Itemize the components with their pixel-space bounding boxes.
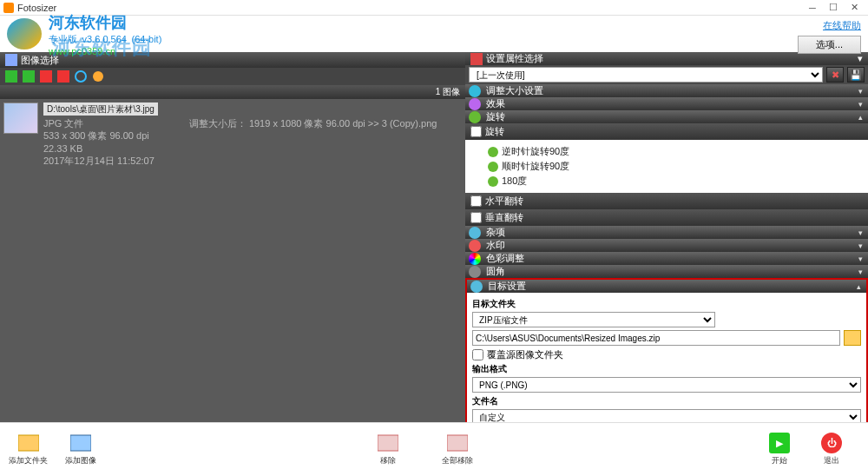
profile-save-button[interactable]: 💾 — [847, 67, 865, 83]
chevron-icon: ▾ — [858, 53, 863, 64]
svg-rect-0 — [5, 54, 17, 66]
rotate-cw90-radio[interactable]: 顺时针旋转90度 — [488, 160, 861, 173]
svg-rect-3 — [40, 70, 52, 83]
svg-rect-9 — [70, 435, 91, 451]
svg-rect-4 — [57, 70, 69, 83]
filename-select[interactable]: 自定义 — [472, 409, 861, 422]
chevron-up-icon: ▴ — [858, 113, 863, 122]
remove-all-icon[interactable] — [56, 69, 71, 83]
flip-h-checkbox[interactable]: 水平翻转 — [470, 195, 863, 208]
chevron-down-icon: ▾ — [858, 268, 863, 276]
file-name: D:\tools\桌面\图片素材\3.jpg — [43, 102, 158, 116]
section-color[interactable]: 色彩调整▾ — [465, 252, 868, 265]
overwrite-checkbox[interactable]: 覆盖源图像文件夹 — [472, 348, 861, 361]
app-icon — [3, 3, 14, 13]
rotate-enable-checkbox[interactable]: 旋转 — [470, 125, 863, 138]
remove-icon[interactable] — [38, 69, 54, 83]
svg-rect-7 — [470, 53, 483, 65]
remove-icon — [378, 433, 398, 453]
section-destination[interactable]: 目标设置▴ — [465, 278, 868, 293]
online-help-link[interactable]: 在线帮助 — [823, 19, 861, 32]
format-select[interactable]: PNG (.PNG) — [472, 377, 861, 393]
section-watermark[interactable]: 水印▾ — [465, 239, 868, 252]
svg-rect-10 — [378, 435, 398, 451]
flip-v-checkbox[interactable]: 垂直翻转 — [470, 211, 863, 224]
destination-settings: 目标文件夹 ZIP压缩文件 覆盖源图像文件夹 输出格式 PNG (.PNG) 文… — [465, 293, 868, 422]
footer-toolbar: 添加文件夹 添加图像 移除 全部移除 ▶开始 ⏻退出 — [0, 422, 868, 476]
images-icon — [5, 54, 17, 66]
brand-sub: 专业版 v3.6.0.564 (64-bit) — [49, 33, 161, 46]
refresh-icon[interactable] — [73, 69, 89, 83]
power-icon: ⏻ — [821, 433, 842, 453]
close-button[interactable]: ✕ — [844, 1, 865, 15]
minimize-button[interactable]: ─ — [802, 1, 823, 15]
section-corner[interactable]: 圆角▾ — [465, 265, 868, 278]
dest-path-input[interactable] — [472, 330, 840, 346]
svg-point-6 — [93, 71, 103, 82]
profile-select[interactable]: [上一次使用] — [469, 67, 823, 83]
brand-title: 河东软件园 — [49, 12, 161, 33]
wrench-icon — [470, 53, 483, 65]
svg-rect-2 — [23, 70, 35, 83]
image-count-bar: 1 图像 — [0, 85, 465, 99]
file-row[interactable]: D:\tools\桌面\图片素材\3.jpg JPG 文件 533 x 300 … — [0, 99, 465, 170]
dest-type-select[interactable]: ZIP压缩文件 — [472, 312, 715, 327]
image-list-body — [0, 170, 465, 422]
folder-plus-icon — [18, 433, 39, 453]
svg-point-5 — [76, 71, 86, 82]
add-folder-icon[interactable] — [21, 69, 36, 83]
svg-rect-8 — [18, 435, 39, 451]
file-info: D:\tools\桌面\图片素材\3.jpg JPG 文件 533 x 300 … — [43, 102, 437, 167]
chevron-up-icon: ▴ — [857, 282, 861, 291]
play-icon: ▶ — [769, 433, 790, 453]
browse-folder-button[interactable] — [844, 330, 861, 346]
options-button[interactable]: 选项... — [798, 36, 861, 54]
chevron-down-icon: ▾ — [858, 100, 863, 109]
profile-delete-button[interactable]: ✖ — [826, 67, 844, 83]
remove-button[interactable]: 移除 — [378, 433, 398, 466]
chevron-down-icon: ▾ — [858, 87, 863, 96]
logo-icon — [7, 18, 42, 50]
thumbnail — [3, 102, 38, 134]
section-resize[interactable]: 调整大小设置▾ — [465, 84, 868, 97]
add-folder-button[interactable]: 添加文件夹 — [9, 433, 48, 466]
settings-icon[interactable] — [90, 69, 106, 83]
rotate-options: 逆时针旋转90度 顺时针旋转90度 180度 — [465, 140, 868, 193]
profile-row: [上一次使用] ✖ 💾 — [465, 65, 868, 84]
settings-pane: 设置属性选择 ▾ [上一次使用] ✖ 💾 调整大小设置▾ 效果▾ 旋转▴ 旋转 … — [465, 52, 868, 422]
section-rotate[interactable]: 旋转▴ — [465, 110, 868, 123]
chevron-down-icon: ▾ — [858, 228, 863, 237]
maximize-button[interactable]: ☐ — [823, 1, 844, 15]
svg-rect-1 — [5, 70, 17, 83]
image-plus-icon — [70, 433, 91, 453]
rotate-ccw90-radio[interactable]: 逆时针旋转90度 — [488, 145, 861, 158]
add-image-button[interactable]: 添加图像 — [65, 433, 96, 466]
section-effects[interactable]: 效果▾ — [465, 97, 868, 110]
settings-header: 设置属性选择 ▾ — [465, 52, 868, 65]
brand-block: 河东软件园 专业版 v3.6.0.564 (64-bit) www.pc0359… — [49, 12, 161, 56]
image-toolbar — [0, 68, 465, 85]
rotate-180-radio[interactable]: 180度 — [488, 175, 861, 188]
start-button[interactable]: ▶开始 — [769, 433, 790, 466]
add-icon[interactable] — [3, 69, 19, 83]
section-misc[interactable]: 杂项▾ — [465, 226, 868, 239]
chevron-down-icon: ▾ — [858, 255, 863, 263]
app-header: 河东软件园 专业版 v3.6.0.564 (64-bit) www.pc0359… — [0, 16, 868, 52]
image-list-pane: 图像选择 1 图像 D:\tools\桌面\图片素材\3.jpg JPG 文件 … — [0, 52, 465, 422]
remove-all-button[interactable]: 全部移除 — [442, 433, 473, 466]
brand-url: www.pc0359.cn — [49, 46, 161, 56]
exit-button[interactable]: ⏻退出 — [821, 433, 842, 466]
svg-rect-11 — [447, 435, 468, 451]
chevron-down-icon: ▾ — [858, 241, 863, 250]
remove-all-icon — [447, 433, 468, 453]
